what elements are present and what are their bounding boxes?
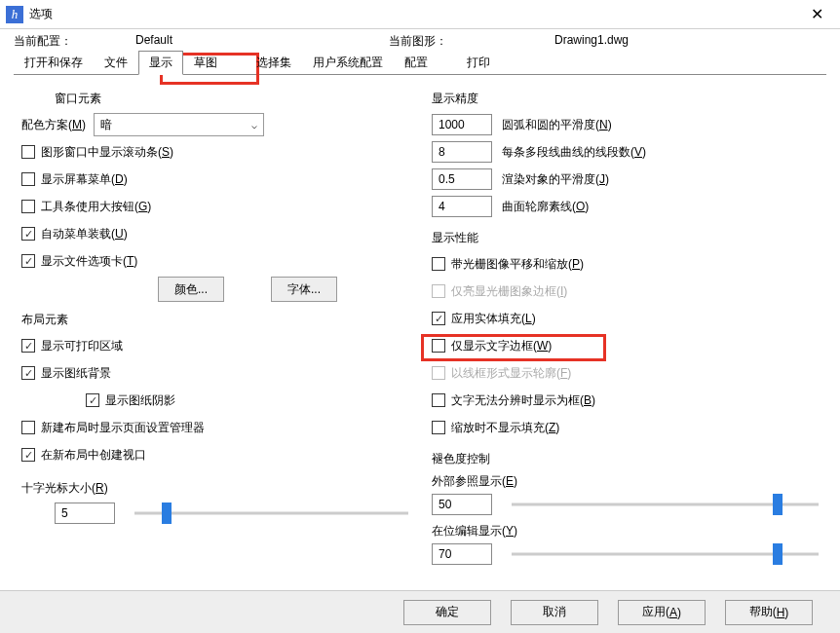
scrollbars-checkbox[interactable] bbox=[21, 145, 35, 159]
print-area-checkbox[interactable] bbox=[21, 339, 35, 353]
poly-segments-input[interactable]: 8 bbox=[432, 141, 492, 163]
content-area: 窗口元素 配色方案(M) 暗 ⌵ 图形窗口中显示滚动条(S) 显示屏幕菜单(D)… bbox=[0, 75, 840, 573]
paper-shadow-option[interactable]: 显示图纸阴影 bbox=[86, 392, 175, 409]
paper-shadow-checkbox[interactable] bbox=[86, 393, 99, 407]
help-button[interactable]: 帮助(H) bbox=[725, 600, 813, 625]
dialog-footer: 确定 取消 应用(A) 帮助(H) bbox=[0, 590, 840, 633]
file-tabs-checkbox[interactable] bbox=[21, 254, 35, 268]
wireframe-checkbox bbox=[432, 366, 445, 380]
text-frame-only-option[interactable]: 仅显示文字边框(W) bbox=[432, 338, 552, 354]
render-smooth-label: 渲染对象的平滑度(J) bbox=[502, 171, 609, 188]
auto-menu-option[interactable]: 自动菜单装载(U) bbox=[21, 226, 128, 242]
arc-smooth-label: 圆弧和圆的平滑度(N) bbox=[502, 117, 612, 133]
new-layout-mgr-option[interactable]: 新建布局时显示页面设置管理器 bbox=[21, 420, 205, 436]
left-column: 窗口元素 配色方案(M) 暗 ⌵ 图形窗口中显示滚动条(S) 显示屏幕菜单(D)… bbox=[21, 85, 408, 565]
pan-zoom-raster-checkbox[interactable] bbox=[432, 257, 445, 271]
render-smooth-input[interactable]: 0.5 bbox=[432, 168, 492, 190]
arc-smooth-input[interactable]: 1000 bbox=[432, 114, 492, 135]
color-scheme-value: 暗 bbox=[100, 117, 112, 133]
xref-fade-thumb[interactable] bbox=[773, 494, 783, 515]
solid-fill-checkbox[interactable] bbox=[432, 312, 445, 325]
tab-display[interactable]: 显示 bbox=[138, 51, 183, 75]
tab-sketch[interactable]: 草图 bbox=[183, 51, 228, 75]
isoline-input[interactable]: 4 bbox=[432, 196, 492, 217]
apply-button[interactable]: 应用(A) bbox=[618, 600, 706, 625]
tab-file[interactable]: 文件 bbox=[94, 51, 138, 75]
current-drawing-value: Drawing1.dwg bbox=[554, 33, 629, 50]
current-drawing-label: 当前图形： bbox=[389, 33, 554, 50]
cancel-button[interactable]: 取消 bbox=[511, 600, 598, 625]
tab-open-save[interactable]: 打开和保存 bbox=[14, 51, 94, 75]
screen-menu-checkbox[interactable] bbox=[21, 172, 35, 186]
highlight-raster-frame-option: 仅亮显光栅图象边框(I) bbox=[432, 283, 567, 300]
print-area-option[interactable]: 显示可打印区域 bbox=[21, 338, 123, 354]
new-layout-viewport-option[interactable]: 在新布局中创建视口 bbox=[21, 447, 146, 464]
text-frame-only-checkbox[interactable] bbox=[432, 339, 445, 353]
text-box-checkbox[interactable] bbox=[432, 393, 445, 407]
close-icon[interactable]: ✕ bbox=[797, 1, 836, 28]
fade-title: 褪色度控制 bbox=[432, 451, 819, 467]
poly-segments-label: 每条多段线曲线的线段数(V) bbox=[502, 144, 646, 161]
chevron-down-icon: ⌵ bbox=[251, 120, 257, 130]
isoline-label: 曲面轮廓素线(O) bbox=[502, 199, 589, 215]
crosshair-input[interactable]: 5 bbox=[55, 503, 115, 524]
auto-menu-checkbox[interactable] bbox=[21, 227, 35, 241]
window-title: 选项 bbox=[29, 6, 797, 22]
inplace-fade-label: 在位编辑显示(Y) bbox=[432, 523, 819, 540]
xref-fade-label: 外部参照显示(E) bbox=[432, 473, 819, 490]
big-buttons-checkbox[interactable] bbox=[21, 200, 35, 213]
color-button[interactable]: 颜色... bbox=[158, 277, 224, 302]
window-elements-title: 窗口元素 bbox=[55, 91, 408, 107]
solid-fill-option[interactable]: 应用实体填充(L) bbox=[432, 311, 536, 327]
crosshair-slider[interactable] bbox=[134, 507, 408, 519]
tabs: 打开和保存 文件 显示 草图 选择集 用户系统配置 配置 打印 bbox=[0, 52, 840, 75]
app-icon: h bbox=[6, 6, 23, 23]
right-column: 显示精度 1000圆弧和圆的平滑度(N) 8每条多段线曲线的线段数(V) 0.5… bbox=[432, 85, 819, 565]
inplace-fade-slider[interactable] bbox=[512, 548, 819, 560]
config-info-row: 当前配置： Default 当前图形： Drawing1.dwg bbox=[0, 29, 840, 52]
crosshair-title: 十字光标大小(R) bbox=[21, 480, 408, 497]
text-box-option[interactable]: 文字无法分辨时显示为框(B) bbox=[432, 392, 595, 409]
screen-menu-option[interactable]: 显示屏幕菜单(D) bbox=[21, 171, 128, 188]
xref-fade-slider[interactable] bbox=[512, 499, 819, 510]
tab-selection[interactable]: 选择集 bbox=[246, 51, 302, 75]
tab-print[interactable]: 打印 bbox=[456, 51, 501, 75]
perf-title: 显示性能 bbox=[432, 230, 819, 246]
current-config-label: 当前配置： bbox=[14, 33, 135, 50]
inplace-fade-thumb[interactable] bbox=[773, 543, 783, 565]
inplace-fade-input[interactable]: 70 bbox=[432, 543, 492, 565]
no-fill-zoom-option[interactable]: 缩放时不显示填充(Z) bbox=[432, 420, 559, 436]
scrollbars-option[interactable]: 图形窗口中显示滚动条(S) bbox=[21, 144, 173, 161]
color-scheme-label: 配色方案(M) bbox=[21, 117, 86, 133]
font-button[interactable]: 字体... bbox=[271, 277, 337, 302]
precision-title: 显示精度 bbox=[432, 91, 819, 107]
highlight-raster-frame-checkbox bbox=[432, 284, 445, 298]
new-layout-viewport-checkbox[interactable] bbox=[21, 448, 35, 462]
no-fill-zoom-checkbox[interactable] bbox=[432, 421, 445, 434]
ok-button[interactable]: 确定 bbox=[403, 600, 491, 625]
tab-config[interactable]: 配置 bbox=[394, 51, 439, 75]
pan-zoom-raster-option[interactable]: 带光栅图像平移和缩放(P) bbox=[432, 256, 584, 273]
layout-elements-title: 布局元素 bbox=[21, 312, 408, 328]
big-buttons-option[interactable]: 工具条使用大按钮(G) bbox=[21, 199, 151, 215]
color-scheme-select[interactable]: 暗 ⌵ bbox=[94, 113, 264, 136]
titlebar: h 选项 ✕ bbox=[0, 0, 840, 29]
xref-fade-input[interactable]: 50 bbox=[432, 494, 492, 515]
wireframe-option: 以线框形式显示轮廓(F) bbox=[432, 365, 571, 382]
current-config-value: Default bbox=[135, 33, 389, 50]
paper-bg-checkbox[interactable] bbox=[21, 366, 35, 380]
crosshair-slider-thumb[interactable] bbox=[162, 503, 172, 524]
paper-bg-option[interactable]: 显示图纸背景 bbox=[21, 365, 111, 382]
tab-user-config[interactable]: 用户系统配置 bbox=[302, 51, 394, 75]
new-layout-mgr-checkbox[interactable] bbox=[21, 421, 35, 434]
file-tabs-option[interactable]: 显示文件选项卡(T) bbox=[21, 253, 137, 270]
